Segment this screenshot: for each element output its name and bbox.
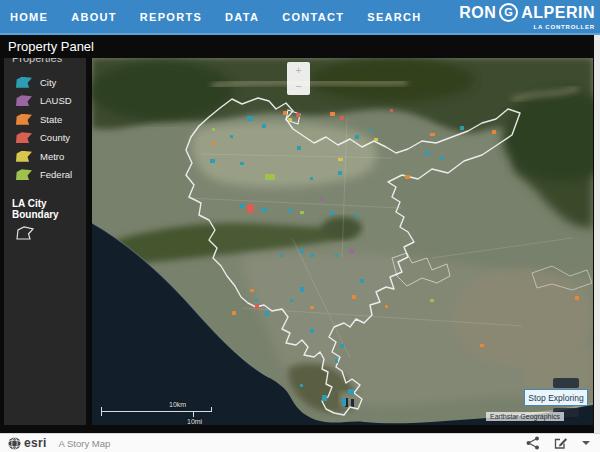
property-marker[interactable]: [300, 384, 303, 387]
property-marker[interactable]: [340, 344, 344, 348]
property-marker[interactable]: [290, 299, 293, 302]
property-marker[interactable]: [247, 116, 253, 121]
property-marker[interactable]: [430, 133, 435, 136]
nav-item-contact[interactable]: CONTACT: [282, 11, 344, 23]
brand-logo[interactable]: RON G ALPERIN LA CONTROLLER: [459, 3, 595, 30]
share-icon[interactable]: [526, 436, 540, 450]
property-marker[interactable]: [265, 174, 275, 180]
property-marker[interactable]: [575, 296, 579, 300]
nav-item-search[interactable]: SEARCH: [367, 11, 421, 23]
property-marker[interactable]: [374, 138, 378, 141]
property-marker[interactable]: [230, 135, 233, 138]
property-marker[interactable]: [262, 208, 267, 212]
property-marker[interactable]: [296, 113, 300, 117]
property-marker[interactable]: [350, 249, 354, 253]
property-marker[interactable]: [262, 124, 266, 128]
satellite-basemap: [92, 58, 593, 425]
zoom-out-button[interactable]: −: [287, 78, 310, 94]
property-marker[interactable]: [265, 311, 269, 316]
property-marker[interactable]: [283, 111, 287, 115]
panel-title: Property Panel: [8, 39, 94, 54]
property-marker[interactable]: [370, 129, 373, 132]
scale-bar: 10km 10mi: [101, 400, 213, 425]
property-marker[interactable]: [310, 177, 313, 180]
caret-down-icon[interactable]: [582, 441, 590, 445]
property-marker[interactable]: [352, 295, 356, 299]
property-marker[interactable]: [335, 359, 338, 363]
nav-item-about[interactable]: ABOUT: [71, 11, 117, 23]
property-marker[interactable]: [280, 254, 283, 257]
property-marker[interactable]: [320, 198, 323, 201]
property-marker[interactable]: [385, 305, 388, 308]
legend-label: County: [40, 132, 70, 143]
property-marker[interactable]: [310, 329, 314, 333]
property-marker[interactable]: [440, 157, 444, 160]
property-marker[interactable]: [212, 142, 215, 145]
property-marker[interactable]: [300, 287, 304, 292]
property-marker[interactable]: [322, 395, 327, 401]
property-marker[interactable]: [355, 135, 359, 139]
scrollbar-track[interactable]: [594, 35, 600, 433]
property-marker[interactable]: [330, 112, 335, 116]
property-marker[interactable]: [425, 151, 430, 155]
storymap-container: Property Panel Properties CityLAUSDState…: [0, 35, 600, 433]
legend-item-federal[interactable]: Federal: [16, 166, 86, 185]
property-marker[interactable]: [338, 171, 342, 175]
property-marker[interactable]: [250, 289, 254, 292]
legend-item-metro[interactable]: Metro: [16, 147, 86, 166]
property-marker[interactable]: [240, 204, 244, 208]
property-marker[interactable]: [360, 279, 364, 283]
brand-name-right: ALPERIN: [521, 5, 595, 21]
property-marker[interactable]: [300, 211, 304, 214]
property-marker[interactable]: [430, 299, 434, 302]
scale-km-label: 10km: [169, 401, 186, 408]
legend-item-lausd[interactable]: LAUSD: [16, 92, 86, 111]
property-marker[interactable]: [297, 146, 301, 150]
nav-item-data[interactable]: DATA: [225, 11, 259, 23]
legend-item-state[interactable]: State: [16, 110, 86, 129]
legend-item-county[interactable]: County: [16, 129, 86, 148]
property-marker[interactable]: [255, 304, 259, 309]
legend-swatch-metro: [16, 151, 32, 162]
property-marker[interactable]: [240, 162, 244, 165]
property-marker[interactable]: [330, 211, 334, 215]
property-marker[interactable]: [405, 175, 410, 179]
property-marker[interactable]: [355, 214, 358, 217]
property-marker[interactable]: [288, 118, 292, 121]
zoom-in-button[interactable]: +: [287, 62, 310, 78]
map-nav-control-top[interactable]: [553, 378, 579, 388]
brand-tagline: LA CONTROLLER: [459, 24, 595, 30]
story-map-label: A Story Map: [59, 438, 111, 449]
legend-item-city[interactable]: City: [16, 73, 86, 92]
edit-icon[interactable]: [554, 436, 568, 450]
zoom-control[interactable]: + −: [287, 62, 310, 95]
property-marker[interactable]: [335, 254, 338, 257]
esri-logo[interactable]: esri: [8, 436, 47, 450]
property-marker[interactable]: [310, 254, 314, 257]
property-marker[interactable]: [247, 204, 254, 213]
legend-title-clipped: Properties: [12, 58, 86, 65]
property-marker[interactable]: [342, 398, 346, 406]
nav-menu: HOMEABOUTREPORTSDATACONTACTSEARCH: [0, 11, 422, 23]
property-marker[interactable]: [232, 311, 236, 315]
property-marker[interactable]: [210, 159, 215, 163]
property-marker[interactable]: [480, 344, 484, 347]
property-marker[interactable]: [338, 158, 343, 161]
nav-item-home[interactable]: HOME: [10, 11, 48, 23]
property-marker[interactable]: [492, 130, 496, 134]
property-marker[interactable]: [390, 109, 393, 112]
property-marker[interactable]: [348, 389, 354, 394]
map-viewport[interactable]: + − 10km 10mi Stop Exploring Earthstar G…: [92, 58, 593, 425]
property-marker[interactable]: [340, 116, 344, 120]
property-marker[interactable]: [212, 128, 215, 131]
legend-swatch-federal: [16, 169, 32, 180]
property-marker[interactable]: [310, 306, 314, 309]
property-marker[interactable]: [300, 249, 304, 253]
legend-label: City: [40, 77, 56, 88]
property-marker[interactable]: [255, 299, 258, 302]
legend-sidebar[interactable]: Properties CityLAUSDStateCountyMetroFede…: [4, 58, 86, 425]
property-marker[interactable]: [460, 126, 464, 130]
stop-exploring-button[interactable]: Stop Exploring: [524, 389, 588, 406]
nav-item-reports[interactable]: REPORTS: [140, 11, 202, 23]
property-marker[interactable]: [288, 209, 292, 212]
